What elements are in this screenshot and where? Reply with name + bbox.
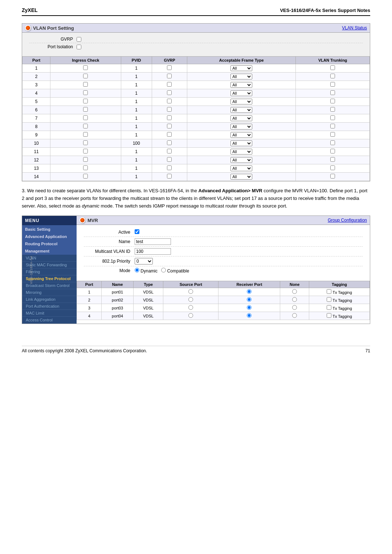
cell-frame-type[interactable]: AllTaggedUntagged: [187, 131, 296, 139]
frame-type-select[interactable]: AllTaggedUntagged: [230, 90, 252, 96]
receiver-radio[interactable]: [247, 313, 252, 318]
ingress-check[interactable]: [83, 174, 88, 178]
name-input[interactable]: [135, 238, 171, 245]
ingress-check[interactable]: [83, 124, 88, 128]
mvr-cell-tagging[interactable]: Tx Tagging: [309, 288, 370, 296]
sidebar-section-management[interactable]: Management: [22, 247, 77, 255]
ingress-check[interactable]: [83, 74, 88, 78]
cell-ingress[interactable]: [50, 148, 121, 156]
cell-vlan-trunking[interactable]: [296, 131, 370, 139]
mvr-cell-none[interactable]: [280, 288, 309, 296]
cell-vlan-trunking[interactable]: [296, 81, 370, 89]
gvrp-check[interactable]: [167, 157, 172, 162]
cell-ingress[interactable]: [50, 114, 121, 123]
sidebar-section-basic[interactable]: Basic Setting: [22, 226, 77, 233]
cell-gvrp[interactable]: [152, 123, 187, 131]
cell-ingress[interactable]: [50, 98, 121, 106]
mvr-cell-tagging[interactable]: Tx Tagging: [309, 296, 370, 304]
mvr-cell-none[interactable]: [280, 304, 309, 312]
frame-type-select[interactable]: AllTaggedUntagged: [230, 65, 252, 71]
source-radio[interactable]: [188, 305, 193, 310]
cell-frame-type[interactable]: AllTaggedUntagged: [187, 106, 296, 114]
cell-gvrp[interactable]: [152, 81, 187, 89]
tagging-checkbox[interactable]: [327, 313, 331, 318]
cell-gvrp[interactable]: [152, 89, 187, 98]
cell-ingress[interactable]: [50, 139, 121, 148]
tagging-checkbox[interactable]: [327, 289, 331, 294]
port-isolation-checkbox[interactable]: [77, 45, 81, 49]
sidebar-item-port-auth[interactable]: Port Authentication: [22, 303, 77, 310]
mvr-panel-link[interactable]: Group Configuration: [328, 218, 367, 223]
cell-ingress[interactable]: [50, 156, 121, 164]
tagging-checkbox[interactable]: [327, 305, 331, 310]
active-checkbox[interactable]: [135, 229, 139, 234]
active-value[interactable]: [135, 229, 139, 235]
cell-ingress[interactable]: [50, 173, 121, 181]
vlan-status-link[interactable]: VLAN Status: [342, 25, 367, 30]
vlan-trunking-check[interactable]: [330, 124, 335, 128]
cell-ingress[interactable]: [50, 89, 121, 98]
cell-gvrp[interactable]: [152, 131, 187, 139]
gvrp-check[interactable]: [167, 90, 172, 95]
frame-type-select[interactable]: AllTaggedUntagged: [230, 107, 252, 113]
ingress-check[interactable]: [83, 99, 88, 103]
priority-value[interactable]: 0123 4567: [135, 258, 153, 264]
vlan-panel-link[interactable]: VLAN Status: [342, 25, 367, 30]
cell-ingress[interactable]: [50, 123, 121, 131]
cell-frame-type[interactable]: AllTaggedUntagged: [187, 123, 296, 131]
cell-frame-type[interactable]: AllTaggedUntagged: [187, 64, 296, 73]
cell-gvrp[interactable]: [152, 139, 187, 148]
frame-type-select[interactable]: AllTaggedUntagged: [230, 82, 252, 88]
vlan-trunking-check[interactable]: [330, 132, 335, 137]
cell-frame-type[interactable]: AllTaggedUntagged: [187, 148, 296, 156]
frame-type-select[interactable]: AllTaggedUntagged: [230, 140, 252, 146]
cell-vlan-trunking[interactable]: [296, 139, 370, 148]
cell-frame-type[interactable]: AllTaggedUntagged: [187, 114, 296, 123]
none-radio[interactable]: [292, 305, 297, 310]
mvr-cell-receiver[interactable]: [219, 288, 280, 296]
cell-gvrp[interactable]: [152, 98, 187, 106]
frame-type-select[interactable]: AllTaggedUntagged: [230, 149, 252, 155]
cell-vlan-trunking[interactable]: [296, 114, 370, 123]
cell-vlan-trunking[interactable]: [296, 164, 370, 173]
ingress-check[interactable]: [83, 165, 88, 170]
none-radio[interactable]: [292, 313, 297, 318]
frame-type-select[interactable]: AllTaggedUntagged: [230, 74, 252, 79]
cell-frame-type[interactable]: AllTaggedUntagged: [187, 173, 296, 181]
frame-type-select[interactable]: AllTaggedUntagged: [230, 99, 252, 104]
cell-frame-type[interactable]: AllTaggedUntagged: [187, 89, 296, 98]
cell-frame-type[interactable]: AllTaggedUntagged: [187, 156, 296, 164]
vlan-trunking-check[interactable]: [330, 140, 335, 145]
source-radio[interactable]: [188, 313, 193, 318]
vlan-trunking-check[interactable]: [330, 65, 335, 70]
none-radio[interactable]: [292, 289, 297, 294]
gvrp-check[interactable]: [167, 115, 172, 120]
cell-frame-type[interactable]: AllTaggedUntagged: [187, 98, 296, 106]
cell-ingress[interactable]: [50, 81, 121, 89]
cell-ingress[interactable]: [50, 73, 121, 81]
sidebar-item-mac-limit[interactable]: MAC Limit: [22, 310, 77, 317]
cell-vlan-trunking[interactable]: [296, 148, 370, 156]
cell-vlan-trunking[interactable]: [296, 156, 370, 164]
cell-vlan-trunking[interactable]: [296, 64, 370, 73]
cell-frame-type[interactable]: AllTaggedUntagged: [187, 139, 296, 148]
cell-frame-type[interactable]: AllTaggedUntagged: [187, 81, 296, 89]
cell-ingress[interactable]: [50, 64, 121, 73]
cell-gvrp[interactable]: [152, 73, 187, 81]
vlan-trunking-check[interactable]: [330, 90, 335, 95]
vlan-trunking-check[interactable]: [330, 115, 335, 120]
cell-vlan-trunking[interactable]: [296, 98, 370, 106]
ingress-check[interactable]: [83, 107, 88, 112]
frame-type-select[interactable]: AllTaggedUntagged: [230, 165, 252, 171]
mode-compatible-label[interactable]: Compatible: [161, 268, 189, 274]
gvrp-check[interactable]: [167, 124, 172, 128]
gvrp-check[interactable]: [167, 82, 172, 87]
receiver-radio[interactable]: [247, 297, 252, 302]
gvrp-check[interactable]: [167, 107, 172, 112]
ingress-check[interactable]: [83, 90, 88, 95]
frame-type-select[interactable]: AllTaggedUntagged: [230, 174, 252, 180]
cell-ingress[interactable]: [50, 131, 121, 139]
receiver-radio[interactable]: [247, 305, 252, 310]
mvr-cell-receiver[interactable]: [219, 304, 280, 312]
cell-vlan-trunking[interactable]: [296, 173, 370, 181]
